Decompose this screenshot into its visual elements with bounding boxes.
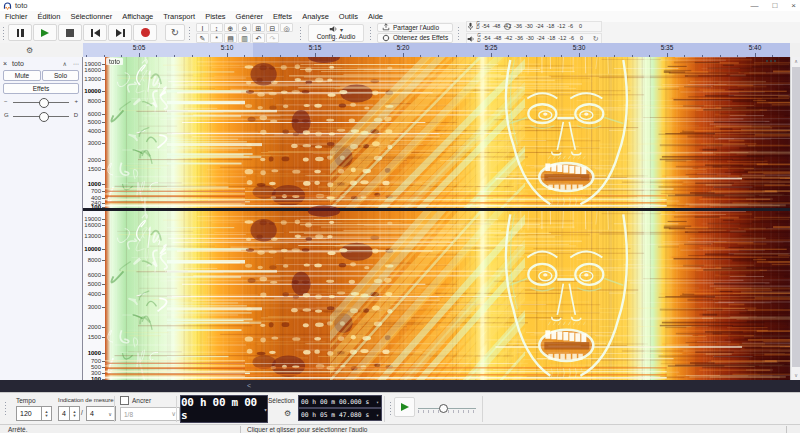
- scrollbar-arrow-icon[interactable]: <: [247, 380, 251, 392]
- track-menu-icon[interactable]: ⋯: [73, 60, 79, 67]
- stop-icon: [66, 29, 74, 37]
- redo-button[interactable]: ↷: [266, 33, 279, 43]
- frequency-ruler[interactable]: 1900016000130001000080006000500040003000…: [83, 57, 106, 380]
- snap-checkbox-row[interactable]: Ancrer: [120, 396, 151, 405]
- time-signature-upper-input[interactable]: 4 ▲▼: [58, 406, 80, 421]
- selection-tool-button[interactable]: I: [196, 23, 209, 33]
- vertical-scrollbar-thumb[interactable]: [792, 67, 800, 367]
- tempo-spinner[interactable]: ▲▼: [41, 407, 51, 420]
- scroll-down-icon[interactable]: ∨: [791, 371, 800, 380]
- time-signature-toolbar-grabber[interactable]: [4, 401, 8, 415]
- loop-icon: ↻: [171, 27, 179, 38]
- timeline-options-gear-icon[interactable]: ⚙: [26, 46, 33, 55]
- pause-button[interactable]: [8, 24, 32, 41]
- horizontal-scrollbar[interactable]: <: [0, 380, 800, 392]
- play-at-speed-grabber[interactable]: [389, 401, 393, 415]
- vertical-scrollbar[interactable]: ∧ ∨: [790, 57, 800, 380]
- selection-settings-gear-icon[interactable]: ⚙: [284, 409, 291, 418]
- pan-slider-thumb[interactable]: [39, 112, 49, 122]
- play-button[interactable]: [33, 24, 57, 41]
- get-effects-label: Obtenez des Effets: [393, 34, 448, 41]
- pan-slider[interactable]: G D: [3, 111, 79, 122]
- time-signature-spinner[interactable]: ▲▼: [69, 407, 79, 420]
- frequency-label: 13000: [84, 76, 101, 82]
- zoom-fit-button[interactable]: ⊟: [266, 23, 279, 33]
- menu-fichier[interactable]: Fichier: [0, 11, 33, 22]
- menu-affichage[interactable]: Affichage: [117, 11, 158, 22]
- track-collapse-icon[interactable]: ∧: [63, 60, 67, 67]
- menu-transport[interactable]: Transport: [158, 11, 200, 22]
- transport-toolbar-grabber[interactable]: [2, 26, 6, 40]
- zoom-toggle-button[interactable]: ◎: [280, 23, 293, 33]
- record-button[interactable]: [133, 24, 157, 41]
- stop-button[interactable]: [58, 24, 82, 41]
- window-title: toto: [15, 1, 28, 10]
- timeline-label: 5:35: [661, 44, 674, 51]
- selection-end-field[interactable]: 00 h 05 m 47.080 s ▾: [298, 408, 382, 421]
- meter-refresh-icon[interactable]: ↻: [593, 35, 599, 43]
- menu-generer[interactable]: Générer: [231, 11, 269, 22]
- maximize-button[interactable]: □: [772, 0, 777, 11]
- pause-icon: [17, 29, 24, 37]
- zoom-out-button[interactable]: ⊖: [238, 23, 251, 33]
- spectrogram-canvas[interactable]: [105, 57, 790, 380]
- solo-button[interactable]: Solo: [42, 70, 79, 81]
- mute-button[interactable]: Mute: [3, 70, 41, 81]
- play-at-speed-button[interactable]: [394, 397, 415, 417]
- meter-scale-label: -48: [493, 35, 501, 41]
- selection-start-field[interactable]: 00 h 00 m 00.000 s ▾: [298, 395, 382, 408]
- undo-button[interactable]: ↶: [252, 33, 265, 43]
- menu-pistes[interactable]: Pistes: [200, 11, 230, 22]
- menu-effets[interactable]: Effets: [268, 11, 297, 22]
- share-audio-button[interactable]: Partager l'Audio: [377, 23, 453, 33]
- playback-speed-slider[interactable]: [418, 401, 476, 415]
- gain-slider[interactable]: − +: [3, 97, 79, 108]
- tools-toolbar-grabber[interactable]: [188, 26, 192, 40]
- track-close-icon[interactable]: ×: [3, 60, 7, 67]
- minimize-button[interactable]: —: [750, 0, 758, 11]
- record-icon: [141, 28, 150, 37]
- scroll-up-icon[interactable]: ∧: [791, 57, 800, 66]
- menu-aide[interactable]: Aide: [363, 11, 388, 22]
- meter-scale-label: -24: [536, 23, 544, 29]
- silence-audio-button[interactable]: ▥: [238, 33, 251, 43]
- tempo-input[interactable]: 120 ▲▼: [16, 406, 52, 421]
- meter-scale-label: -54: [482, 23, 490, 29]
- draw-tool-button[interactable]: ✎: [196, 33, 209, 43]
- menu-edition[interactable]: Édition: [33, 11, 66, 22]
- gain-slider-thumb[interactable]: [39, 98, 49, 108]
- effects-button[interactable]: Effets: [3, 83, 79, 94]
- skip-to-start-button[interactable]: [83, 24, 107, 41]
- menu-outils[interactable]: Outils: [334, 11, 363, 22]
- timeline-ruler[interactable]: 5:055:105:155:205:255:305:355:40: [83, 43, 790, 58]
- timeline-row: ⚙ 5:055:105:155:205:255:305:355:40: [0, 43, 800, 57]
- meter-scale-label: -54: [483, 35, 491, 41]
- snap-checkbox[interactable]: [120, 396, 129, 405]
- audio-setup-button[interactable]: ▾ Config. Audio: [308, 24, 364, 42]
- track-area: × toto ∧ ⋯ Mute Solo Effets − + G D: [0, 57, 800, 380]
- snap-mode-select[interactable]: 1/8 ∨: [120, 407, 180, 421]
- playback-speed-thumb[interactable]: [439, 404, 448, 413]
- menu-selectionner[interactable]: Sélectionner: [65, 11, 117, 22]
- multi-tool-button[interactable]: *: [210, 33, 223, 43]
- zoom-in-button[interactable]: ⊕: [224, 23, 237, 33]
- menu-analyse[interactable]: Analyse: [297, 11, 334, 22]
- envelope-tool-button[interactable]: ↕: [210, 23, 223, 33]
- get-effects-button[interactable]: Obtenez des Effets: [377, 33, 453, 43]
- title-bar: toto — □ ×: [0, 0, 800, 11]
- track-name[interactable]: toto: [12, 60, 24, 67]
- share-toolbar-grabber[interactable]: [369, 26, 373, 40]
- skip-to-end-button[interactable]: [108, 24, 132, 41]
- clip-handle-dots-icon[interactable]: [766, 60, 776, 62]
- loop-button[interactable]: ↻: [165, 24, 185, 41]
- recording-meter[interactable]: GD -54-48-42-36-30-24-18-12-60: [466, 21, 601, 33]
- clip-name-tag[interactable]: toto: [106, 58, 123, 65]
- time-display[interactable]: 00 h 00 m 00 s ▾: [180, 395, 268, 423]
- zoom-selection-button[interactable]: ⊞: [252, 23, 265, 33]
- audio-setup-grabber[interactable]: [299, 26, 303, 40]
- meter-toolbar-grabber[interactable]: [457, 26, 461, 40]
- trim-audio-button[interactable]: ▤: [224, 33, 237, 43]
- frequency-label: 2000: [88, 157, 101, 163]
- time-signature-lower-select[interactable]: 4 ∨: [86, 406, 116, 421]
- close-button[interactable]: ×: [791, 0, 796, 11]
